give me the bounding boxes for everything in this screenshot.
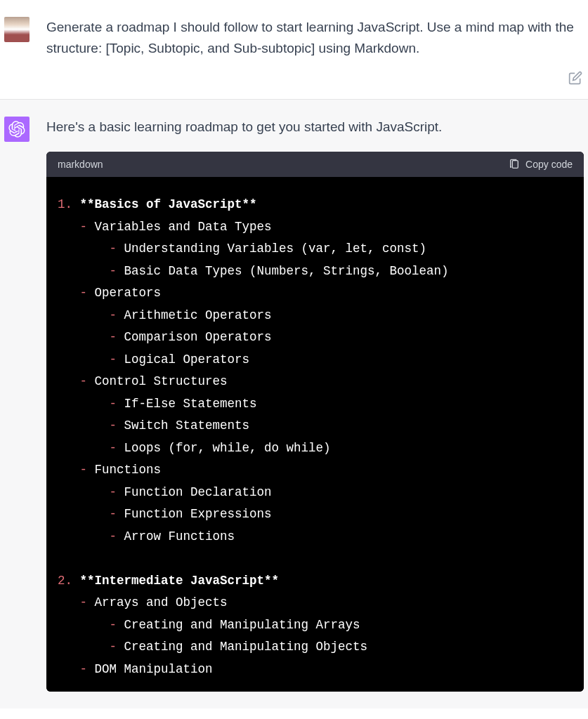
copy-code-label: Copy code: [525, 159, 573, 170]
user-message-block: Generate a roadmap I should follow to st…: [0, 0, 588, 100]
user-avatar: [4, 17, 30, 42]
copy-code-button[interactable]: Copy code: [509, 159, 573, 170]
svg-rect-0: [512, 161, 518, 169]
assistant-avatar: [4, 117, 30, 142]
code-body[interactable]: 1. **Basics of JavaScript** - Variables …: [46, 177, 584, 692]
user-message-content: Generate a roadmap I should follow to st…: [46, 17, 588, 60]
assistant-message-text: Here's a basic learning roadmap to get y…: [46, 117, 584, 138]
assistant-message-content: Here's a basic learning roadmap to get y…: [46, 117, 588, 692]
assistant-message-block: Here's a basic learning roadmap to get y…: [0, 100, 588, 708]
edit-icon[interactable]: [568, 71, 582, 85]
code-header: markdown Copy code: [46, 152, 584, 177]
clipboard-icon: [509, 159, 520, 170]
user-message-text: Generate a roadmap I should follow to st…: [46, 17, 584, 60]
code-block: markdown Copy code 1. **Basics of JavaSc…: [46, 152, 584, 692]
code-lang-label: markdown: [58, 159, 103, 170]
